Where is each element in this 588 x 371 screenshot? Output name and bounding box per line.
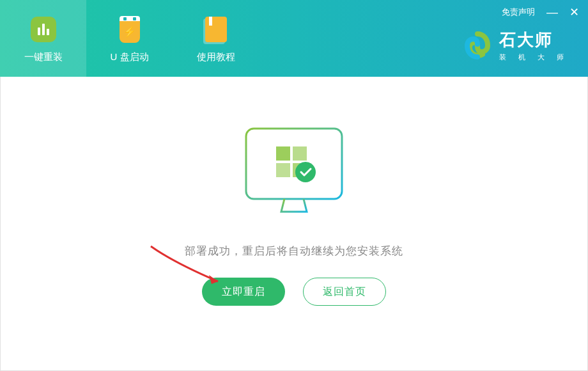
reinstall-icon [28, 14, 59, 45]
tab-label: 使用教程 [197, 51, 235, 63]
tab-label: 一键重装 [24, 51, 63, 63]
svg-rect-2 [276, 146, 290, 161]
brand-logo-icon [463, 31, 491, 59]
tutorial-icon [201, 14, 231, 45]
status-message: 部署成功，重启后将自动继续为您安装系统 [185, 244, 403, 258]
tab-tutorial[interactable]: 使用教程 [173, 0, 259, 77]
action-buttons: 立即重启 返回首页 [202, 278, 386, 306]
disclaimer-link[interactable]: 免责声明 [502, 6, 535, 18]
minimize-button[interactable]: — [546, 6, 558, 18]
window-controls: — ✕ [546, 6, 579, 18]
tab-label: U 盘启动 [111, 51, 149, 63]
brand-subtitle: 装 机 大 师 [499, 52, 569, 62]
nav-tabs: 一键重装 ⚡ U 盘启动 使用教程 [0, 0, 259, 77]
svg-rect-4 [276, 163, 290, 177]
back-home-button[interactable]: 返回首页 [303, 278, 386, 306]
svg-point-6 [295, 162, 316, 182]
header: 一键重装 ⚡ U 盘启动 使用教程 免责声明 [0, 0, 588, 77]
tab-reinstall[interactable]: 一键重装 [0, 0, 86, 77]
main-content: 部署成功，重启后将自动继续为您安装系统 立即重启 返回首页 [0, 77, 588, 371]
close-button[interactable]: ✕ [569, 6, 579, 18]
monitor-success-icon [236, 122, 352, 225]
usb-icon: ⚡ [114, 14, 145, 45]
restart-now-button[interactable]: 立即重启 [202, 278, 285, 306]
header-right: 免责声明 — ✕ [502, 6, 579, 18]
brand-title: 石大师 [499, 29, 569, 51]
brand-text: 石大师 装 机 大 师 [499, 29, 569, 62]
tab-usb-boot[interactable]: ⚡ U 盘启动 [86, 0, 173, 77]
svg-rect-3 [293, 146, 307, 161]
app-window: 一键重装 ⚡ U 盘启动 使用教程 免责声明 [0, 0, 588, 371]
brand: 石大师 装 机 大 师 [463, 29, 569, 62]
